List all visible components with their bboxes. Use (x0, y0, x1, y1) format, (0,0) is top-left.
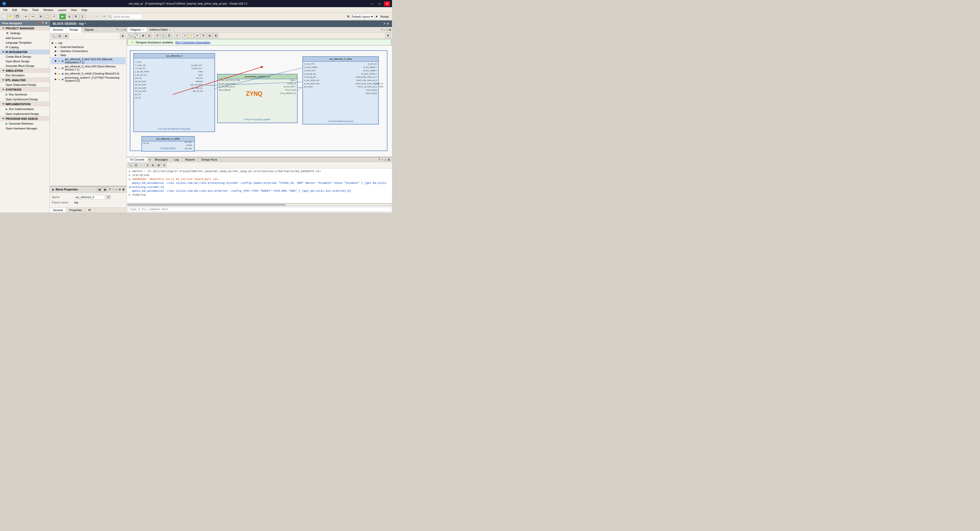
save-button[interactable]: 💾 (14, 14, 21, 19)
sidebar-item-open-synthesized[interactable]: Open Synthesized Design (0, 97, 49, 102)
maximize-button[interactable]: □ (377, 1, 382, 6)
menu-tools[interactable]: Tools (30, 8, 41, 12)
section-implementation-header[interactable]: IMPLEMENTATION (0, 102, 49, 107)
tcl-up-button[interactable]: ↑ (139, 163, 144, 167)
sidebar-item-ip-catalog[interactable]: IP Catalog (0, 45, 49, 49)
menu-file[interactable]: File (1, 8, 10, 12)
tcl-search-button[interactable]: 🔍 (128, 163, 133, 167)
tcl-pause-button[interactable]: ⏸ (145, 163, 150, 167)
menu-flow[interactable]: Flow (20, 8, 30, 12)
tcl-filter-button[interactable]: ☰ (134, 163, 138, 167)
tree-item-axi-eth-dma[interactable]: ▶ ▲ ◉ axi_ethernet_0_dma (AXI Direct Mem… (51, 64, 126, 72)
tcl-hscroll-thumb[interactable] (128, 204, 286, 206)
btn-b[interactable]: ✏ (94, 14, 100, 19)
section-project-manager-header[interactable]: PROJECT MANAGER (0, 26, 49, 30)
tcl-tab-reports[interactable]: Reports (182, 157, 198, 162)
address-editor-tab-close[interactable]: ✕ (169, 28, 171, 31)
bp-minimize-icon[interactable]: ─ (112, 188, 114, 191)
menu-window[interactable]: Window (41, 8, 56, 12)
bp-name-clear-icon[interactable]: ✕ (106, 195, 111, 199)
tcl-tab-log[interactable]: Log (171, 157, 182, 162)
run-button[interactable]: ▶ (59, 14, 65, 19)
bp-question-icon[interactable]: ? (109, 188, 111, 191)
tree-item-ext-interfaces[interactable]: ▶ □ External Interfaces (51, 45, 126, 49)
layout-select[interactable]: Default Layout (350, 14, 374, 19)
sources-settings-button[interactable]: ⚙ (120, 33, 126, 38)
quick-access-input[interactable] (112, 14, 142, 19)
fit-sel-button[interactable]: ⊡ (146, 33, 152, 38)
add-ip-button[interactable]: + (174, 33, 180, 38)
section-program-debug-header[interactable]: PROGRAM AND DEBUG (0, 116, 49, 121)
dg-btn-f[interactable]: ⊗ (213, 33, 218, 38)
tcl-tab-tcl[interactable]: Tcl Console (127, 157, 148, 162)
tcl-command-input[interactable] (128, 207, 391, 212)
tcl-copy-button[interactable]: ⧉ (150, 163, 156, 167)
validate-button[interactable]: ✔ (194, 33, 200, 38)
sources-minimize-icon[interactable]: ─ (119, 28, 121, 31)
bp-settings-icon[interactable]: ⚙ (122, 188, 124, 191)
step-button[interactable]: Σ (80, 14, 86, 19)
bp-prev-button[interactable]: ◀ (97, 187, 102, 191)
flow-nav-pin-icon[interactable]: 📌 (37, 21, 40, 25)
sidebar-item-run-implementation[interactable]: Run Implementation (0, 107, 49, 112)
tcl-hscroll-track[interactable] (128, 204, 391, 206)
diagram-restore-icon[interactable]: □ (387, 28, 388, 31)
sidebar-item-create-block-design[interactable]: Create Block Design (0, 54, 49, 59)
dg-btn-e[interactable]: ⊕ (207, 33, 212, 38)
filter-button[interactable]: ☰ (166, 33, 172, 38)
pause-button[interactable]: ⏸ (66, 14, 72, 19)
tab-address-editor[interactable]: Address Editor ✕ (147, 27, 174, 32)
btn-a[interactable]: ▷ (88, 14, 94, 19)
connect-button[interactable]: ⤷ (182, 33, 188, 38)
new-file-button[interactable]: 📄 (1, 14, 7, 19)
reload-button[interactable]: ↻ (200, 33, 206, 38)
bp-restore-icon[interactable]: □ (116, 188, 117, 191)
sidebar-item-open-hw-manager[interactable]: Open Hardware Manager (0, 126, 49, 131)
sidebar-item-open-block-design[interactable]: Open Block Design (0, 59, 49, 64)
tcl-tab-close[interactable]: ✕ (148, 158, 152, 162)
tcl-question-icon[interactable]: ? (379, 158, 380, 161)
tcl-hscroll[interactable] (127, 203, 392, 206)
zoom-in-button[interactable]: 🔍+ (134, 33, 140, 38)
bp-tab-ip[interactable]: IP (85, 208, 94, 212)
sources-search-button[interactable]: 🔍 (51, 33, 56, 38)
copy-button[interactable]: ⧉ (38, 14, 44, 19)
tcl-clear-button[interactable]: ✕ (162, 163, 167, 167)
minimize-button[interactable]: ─ (369, 1, 375, 6)
menu-edit[interactable]: Edit (10, 8, 19, 12)
route-button[interactable]: ⚡ (188, 33, 194, 38)
tree-item-axi-eth[interactable]: ▶ ▲ ◉ axi_ethernet_0 (AXI 1G/2.5G Ethern… (51, 57, 126, 64)
sources-tree-button[interactable]: ⊞ (63, 33, 68, 38)
sidebar-item-run-simulation[interactable]: Run Simulation (0, 73, 49, 78)
layout-dropdown-icon[interactable]: ▼ (375, 15, 378, 18)
fit-button[interactable]: ⊞ (140, 33, 146, 38)
tree-item-ps7[interactable]: ▶ ▲ ◉ processing_system7_0 (ZYNQ7 Proces… (51, 76, 126, 83)
bp-name-input[interactable] (74, 195, 105, 199)
flow-nav-close-icon[interactable]: ✕ (45, 21, 48, 25)
close-button[interactable]: ✕ (384, 1, 390, 6)
sidebar-item-open-implemented[interactable]: Open Implemented Design (0, 112, 49, 116)
section-rtl-analysis-header[interactable]: RTL ANALYSIS (0, 78, 49, 83)
diagram-canvas[interactable]: axi_ethernet_0 AXI 1G/2.5G Ethernet Subs… (127, 46, 392, 157)
paste-button[interactable]: 📋 (45, 14, 51, 19)
refresh-button[interactable]: ↺ (154, 33, 160, 38)
diagram-minimize-icon[interactable]: ─ (383, 28, 385, 31)
diagram-tab-close[interactable]: ✕ (142, 28, 144, 31)
restart-button[interactable]: ⚙ (73, 14, 79, 19)
sidebar-item-generate-block-design[interactable]: Generate Block Design (0, 64, 49, 68)
bp-next-button[interactable]: ▶ (103, 187, 108, 191)
sidebar-item-settings[interactable]: Settings (0, 30, 49, 36)
tree-item-refclk[interactable]: ▶ ▲ ◉ axi_ethernet_0_refclk (Clocking Wi… (51, 72, 126, 76)
tree-item-top[interactable]: ▶ ▲ top (51, 41, 126, 45)
bp-tab-general[interactable]: General (50, 208, 66, 212)
bd-close-icon[interactable]: ✕ (387, 22, 389, 26)
undo-button[interactable]: ↩ (23, 14, 29, 19)
run-connection-automation-link[interactable]: Run Connection Automation (175, 41, 210, 44)
sources-filter-button[interactable]: ☰ (57, 33, 62, 38)
tcl-tab-messages[interactable]: Messages (152, 157, 171, 162)
bd-question-icon[interactable]: ? (383, 22, 385, 26)
sidebar-item-open-elaborated[interactable]: Open Elaborated Design (0, 83, 49, 87)
flow-nav-question-icon[interactable]: ? (42, 21, 44, 25)
tree-item-iface-connections[interactable]: ▶ □ Interface Connections (51, 49, 126, 53)
section-synthesis-header[interactable]: SYNTHESIS (0, 87, 49, 92)
